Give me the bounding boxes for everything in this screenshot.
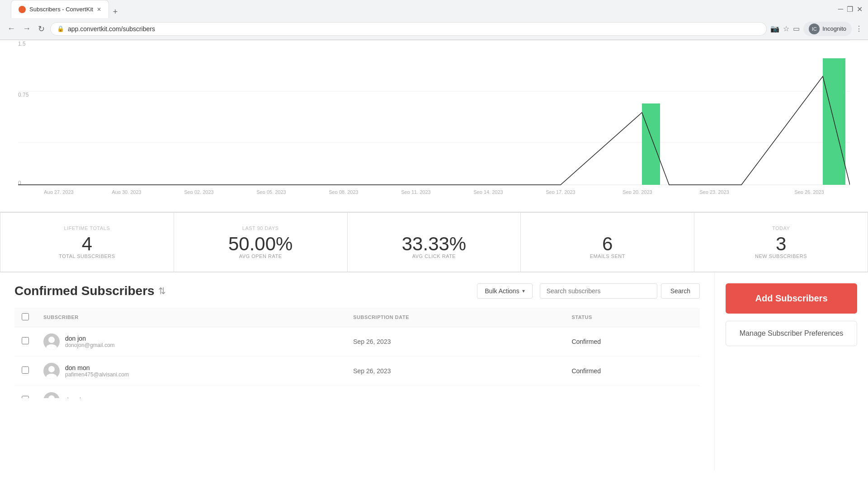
subscriber-name: don don [65,397,88,398]
row1-checkbox[interactable] [22,337,29,344]
subscriber-avatar [43,392,60,398]
subscribers-table-wrapper: SUBSCRIBER SUBSCRIPTION DATE STATUS [14,308,700,398]
subscriber-name: don jon [65,335,115,342]
close-tab-button[interactable]: ✕ [97,6,101,13]
back-button[interactable]: ← [5,22,17,35]
row2-status: Confirmed [564,357,700,386]
subscription-date-header: SUBSCRIPTION DATE [346,308,564,327]
svg-text:Sep 20, 2023: Sep 20, 2023 [623,189,652,194]
chevron-down-icon: ▾ [522,288,525,294]
subscriber-avatar [43,333,60,350]
avg-open-value: 50.00% [228,235,292,253]
page-content: 1.5 0.75 0 Aug 27, 2023 Aug 30, 2023 Sep… [0,40,868,470]
camera-icon[interactable]: 📷 [770,24,779,33]
avatar-icon [43,392,60,398]
avg-click-section: - 33.33% AVG CLICK RATE [348,213,521,272]
window-controls: ─ ❐ ✕ [838,5,863,14]
select-all-checkbox[interactable] [22,313,29,320]
section-header: Confirmed Subscribers ⇅ Bulk Actions ▾ S… [14,283,700,299]
search-input[interactable] [540,283,657,299]
table-row: don don [14,386,700,399]
avg-open-section: LAST 90 DAYS 50.00% AVG OPEN RATE [174,213,348,272]
row2-checkbox[interactable] [22,366,29,374]
search-area: Search [540,283,700,299]
svg-text:0: 0 [18,180,21,186]
subscribers-section: Confirmed Subscribers ⇅ Bulk Actions ▾ S… [0,272,714,470]
subscribers-chart: 1.5 0.75 0 Aug 27, 2023 Aug 30, 2023 Sep… [18,40,850,194]
chart-area: 1.5 0.75 0 Aug 27, 2023 Aug 30, 2023 Sep… [0,40,868,212]
avatar-icon [43,363,60,379]
browser-chrome: Subscribers - ConvertKit ✕ + ─ ❐ ✕ ← → ↻… [0,0,868,40]
lifetime-totals-section: LIFETIME TOTALS 4 TOTAL SUBSCRIBERS [0,213,174,272]
stats-container: LIFETIME TOTALS 4 TOTAL SUBSCRIBERS LAST… [0,212,868,272]
svg-point-24 [48,366,55,372]
svg-text:Sep 05, 2023: Sep 05, 2023 [256,189,286,194]
toolbar-icons: 📷 ☆ ▭ IC Incognito ⋮ [770,22,863,36]
svg-point-21 [48,337,55,343]
svg-text:Sep 26, 2023: Sep 26, 2023 [794,189,824,194]
add-subscribers-button[interactable]: Add Subscribers [726,283,857,314]
sort-icon[interactable]: ⇅ [158,286,166,296]
browser-toolbar: ← → ↻ 🔒 app.convertkit.com/subscribers 📷… [0,18,868,40]
forward-button[interactable]: → [21,22,33,35]
tab-title: Subscribers - ConvertKit [29,6,93,13]
search-button[interactable]: Search [661,283,700,299]
subscribers-table: SUBSCRIBER SUBSCRIPTION DATE STATUS [14,308,700,398]
avg-click-label: AVG CLICK RATE [412,253,456,259]
maximize-button[interactable]: ❐ [847,5,853,14]
subscriber-info: don don [43,392,339,398]
window-close-button[interactable]: ✕ [857,5,863,14]
row2-subscriber-cell: don mon pafimen475@alvisani.com [36,357,346,386]
sidebar-icon[interactable]: ▭ [793,24,800,33]
table-header: SUBSCRIBER SUBSCRIPTION DATE STATUS [14,308,700,327]
table-body: don jon donojon@gmail.com Sep 26, 2023 C… [14,327,700,399]
row3-checkbox[interactable] [22,396,29,398]
row3-subscriber-cell: don don [36,386,346,399]
svg-rect-7 [642,103,660,185]
tab-bar: Subscribers - ConvertKit ✕ + [5,0,835,18]
status-header: STATUS [564,308,700,327]
table-row: don jon donojon@gmail.com Sep 26, 2023 C… [14,327,700,357]
svg-text:Sep 11, 2023: Sep 11, 2023 [401,189,430,194]
row2-checkbox-cell [14,357,36,386]
emails-sent-value: 6 [602,235,613,253]
active-tab[interactable]: Subscribers - ConvertKit ✕ [11,0,109,18]
new-tab-button[interactable]: + [109,5,122,18]
avatar-icon [43,333,60,350]
bulk-actions-button[interactable]: Bulk Actions ▾ [477,283,532,299]
manage-preferences-button[interactable]: Manage Subscriber Preferences [726,321,857,346]
emails-sent-label: EMAILS SENT [590,253,625,259]
new-subscribers-label: NEW SUBSCRIBERS [755,253,807,259]
refresh-button[interactable]: ↻ [36,22,47,36]
row1-subscriber-cell: don jon donojon@gmail.com [36,327,346,357]
bookmark-icon[interactable]: ☆ [783,24,789,33]
row1-checkbox-cell [14,327,36,357]
row2-date: Sep 26, 2023 [346,357,564,386]
total-subscribers-label: TOTAL SUBSCRIBERS [59,253,115,259]
row1-date: Sep 26, 2023 [346,327,564,357]
emails-sent-section: - 6 EMAILS SENT [521,213,694,272]
svg-text:0.75: 0.75 [18,92,29,98]
total-subscribers-value: 4 [82,235,92,253]
svg-text:Aug 30, 2023: Aug 30, 2023 [112,189,141,194]
subscriber-avatar [43,363,60,379]
lock-icon: 🔒 [57,25,64,32]
incognito-badge[interactable]: IC Incognito [803,22,852,36]
subscriber-header: SUBSCRIBER [36,308,346,327]
avg-open-label: AVG OPEN RATE [239,253,282,259]
avg-click-value: 33.33% [402,235,466,253]
row3-date [346,386,564,399]
section-title: Confirmed Subscribers [14,284,155,298]
subscriber-name: don mon [65,364,129,371]
tab-favicon [19,6,26,13]
subscriber-email: pafimen475@alvisani.com [65,371,129,378]
svg-text:Sep 08, 2023: Sep 08, 2023 [329,189,358,194]
minimize-button[interactable]: ─ [838,5,843,14]
today-label: TODAY [772,225,790,231]
address-bar[interactable]: 🔒 app.convertkit.com/subscribers [50,22,767,36]
avatar: IC [809,23,820,34]
subscriber-info: don mon pafimen475@alvisani.com [43,363,339,379]
new-subscribers-value: 3 [776,235,786,253]
menu-icon[interactable]: ⋮ [855,24,863,33]
svg-text:Sep 17, 2023: Sep 17, 2023 [546,189,575,194]
